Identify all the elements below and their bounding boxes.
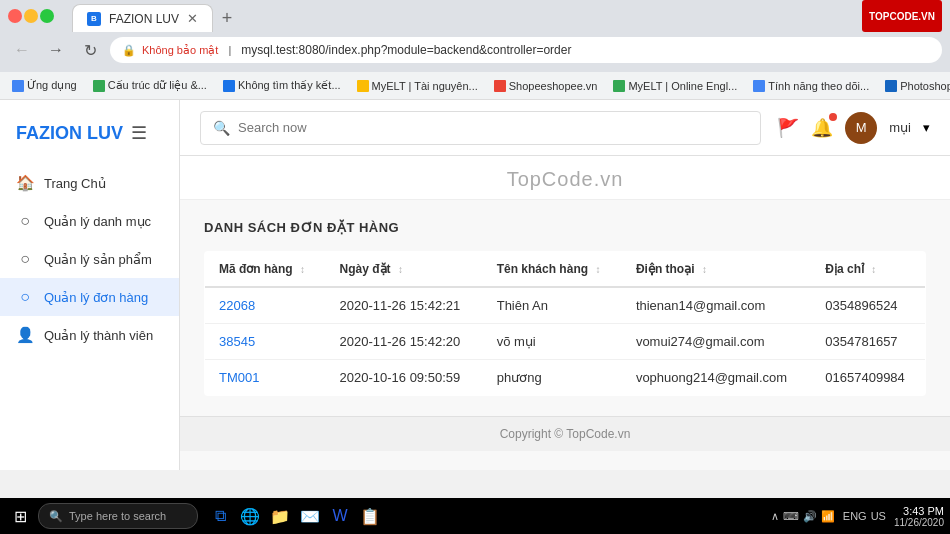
system-icons: ∧ ⌨ 🔊 📶: [771, 510, 835, 523]
forward-button[interactable]: →: [42, 36, 70, 64]
search-input[interactable]: [238, 120, 748, 135]
main-header: 🔍 🚩 🔔 M mụi ▾: [180, 100, 950, 156]
header-right: 🚩 🔔 M mụi ▾: [777, 112, 930, 144]
avatar[interactable]: M: [845, 112, 877, 144]
taskbar-mail[interactable]: ✉️: [296, 502, 324, 530]
sidebar-item-category[interactable]: ○ Quản lý danh mục: [0, 202, 179, 240]
topcode-logo: TOPCODE.VN: [862, 0, 942, 32]
browser-chrome: B FAZION LUV ✕ + TOPCODE.VN ← → ↻ 🔒 Khôn…: [0, 0, 950, 72]
order-icon: ○: [16, 288, 34, 306]
keyboard-icon[interactable]: ⌨: [783, 510, 799, 523]
new-tab-button[interactable]: +: [213, 4, 241, 32]
sort-arrow-address: ↕: [871, 264, 876, 275]
col-id-label: Mã đơn hàng: [219, 262, 293, 276]
bookmark-7[interactable]: Tính năng theo dõi...: [749, 78, 873, 94]
taskbar-chrome[interactable]: 🌐: [236, 502, 264, 530]
sidebar-item-home[interactable]: 🏠 Trang Chủ: [0, 164, 179, 202]
bookmark-2[interactable]: Cấu trúc dữ liệu &...: [89, 77, 211, 94]
cell-phone-1: vomui274@gmail.com: [622, 324, 811, 360]
close-button[interactable]: [8, 9, 22, 23]
bookmark-8[interactable]: Photoshop Online...: [881, 78, 950, 94]
order-link-2[interactable]: TM001: [219, 370, 259, 385]
sidebar-item-product[interactable]: ○ Quản lý sản phẩm: [0, 240, 179, 278]
window-controls: [8, 9, 54, 23]
bm4-icon: [357, 80, 369, 92]
hamburger-icon[interactable]: ☰: [131, 122, 147, 144]
volume-icon[interactable]: 🔊: [803, 510, 817, 523]
col-address-label: Địa chỉ: [825, 262, 864, 276]
search-bar[interactable]: 🔍: [200, 111, 761, 145]
refresh-button[interactable]: ↻: [76, 36, 104, 64]
address-bar: ← → ↻ 🔒 Không bảo mật | mysql.test:8080/…: [0, 32, 950, 68]
network-icon[interactable]: 📶: [821, 510, 835, 523]
user-name[interactable]: mụi: [889, 120, 911, 135]
sidebar-order-label: Quản lý đơn hàng: [44, 290, 148, 305]
sort-arrow-phone: ↕: [702, 264, 707, 275]
cell-address-0: 0354896524: [811, 287, 925, 324]
bookmark-label-6: MyELT | Online Engl...: [628, 80, 737, 92]
start-button[interactable]: ⊞: [6, 502, 34, 530]
bookmark-4[interactable]: MyELT | Tài nguyên...: [353, 78, 482, 94]
bookmark-3[interactable]: Không tìm thấy kết...: [219, 77, 345, 94]
flag-icon[interactable]: 🚩: [777, 117, 799, 139]
taskbar-right: ∧ ⌨ 🔊 📶 ENG US 3:43 PM 11/26/2020: [771, 505, 944, 528]
minimize-button[interactable]: [24, 9, 38, 23]
app-layout: FAZION LUV ☰ 🏠 Trang Chủ ○ Quản lý danh …: [0, 100, 950, 470]
address-separator: |: [228, 44, 231, 56]
order-link-1[interactable]: 38545: [219, 334, 255, 349]
taskbar-word[interactable]: W: [326, 502, 354, 530]
bookmark-label-3: Không tìm thấy kết...: [238, 79, 341, 92]
table-row: 22068 2020-11-26 15:42:21 Thiên An thien…: [205, 287, 926, 324]
cell-date-1: 2020-11-26 15:42:20: [326, 324, 483, 360]
bookmark-label-7: Tính năng theo dõi...: [768, 80, 869, 92]
tab-close-icon[interactable]: ✕: [187, 11, 198, 26]
maximize-button[interactable]: [40, 9, 54, 23]
main-content: 🔍 🚩 🔔 M mụi ▾ TopCode.vn DANH SÁCH ĐƠN Đ…: [180, 100, 950, 470]
col-header-phone[interactable]: Điện thoại ↕: [622, 252, 811, 288]
taskbar-search[interactable]: 🔍 Type here to search: [38, 503, 198, 529]
tab-label: FAZION LUV: [109, 12, 179, 26]
region-label: US: [871, 510, 886, 522]
sidebar-home-label: Trang Chủ: [44, 176, 106, 191]
sidebar-logo-text: FAZION LUV: [16, 123, 123, 144]
address-input[interactable]: 🔒 Không bảo mật | mysql.test:8080/index.…: [110, 37, 942, 63]
bell-container: 🔔: [811, 117, 833, 139]
bookmark-6[interactable]: MyELT | Online Engl...: [609, 78, 741, 94]
col-header-address[interactable]: Địa chỉ ↕: [811, 252, 925, 288]
back-button[interactable]: ←: [8, 36, 36, 64]
order-link-0[interactable]: 22068: [219, 298, 255, 313]
sidebar-item-order[interactable]: ○ Quản lý đơn hàng: [0, 278, 179, 316]
category-icon: ○: [16, 212, 34, 230]
col-header-name[interactable]: Tên khách hàng ↕: [483, 252, 622, 288]
copyright-footer: Copyright © TopCode.vn: [180, 416, 950, 451]
home-icon: 🏠: [16, 174, 34, 192]
bookmark-5[interactable]: Shopeeshopee.vn: [490, 78, 602, 94]
cell-id-2: TM001: [205, 360, 326, 396]
taskbar-search-text: Type here to search: [69, 510, 166, 522]
col-header-date[interactable]: Ngày đặt ↕: [326, 252, 483, 288]
content-area: DANH SÁCH ĐƠN ĐẶT HÀNG Mã đơn hàng ↕ Ngà…: [180, 200, 950, 416]
bell-icon[interactable]: 🔔: [811, 118, 833, 138]
active-tab[interactable]: B FAZION LUV ✕: [72, 4, 213, 32]
cell-date-2: 2020-10-16 09:50:59: [326, 360, 483, 396]
taskbar-folder[interactable]: 📁: [266, 502, 294, 530]
member-icon: 👤: [16, 326, 34, 344]
bookmark-label-2: Cấu trúc dữ liệu &...: [108, 79, 207, 92]
bm7-icon: [753, 80, 765, 92]
bookmark-apps[interactable]: Ứng dụng: [8, 77, 81, 94]
topcode-banner: TopCode.vn: [180, 156, 950, 200]
sidebar-category-label: Quản lý danh mục: [44, 214, 151, 229]
taskbar-app-extra[interactable]: 📋: [356, 502, 384, 530]
taskbar-icons: ⧉ 🌐 📁 ✉️ W 📋: [206, 502, 384, 530]
bookmark-label-8: Photoshop Online...: [900, 80, 950, 92]
user-dropdown-icon[interactable]: ▾: [923, 120, 930, 135]
sidebar-member-label: Quản lý thành viên: [44, 328, 153, 343]
sidebar-item-member[interactable]: 👤 Quản lý thành viên: [0, 316, 179, 354]
taskbar-multitask[interactable]: ⧉: [206, 502, 234, 530]
col-header-id[interactable]: Mã đơn hàng ↕: [205, 252, 326, 288]
up-arrow-icon[interactable]: ∧: [771, 510, 779, 523]
clock[interactable]: 3:43 PM 11/26/2020: [894, 505, 944, 528]
search-icon: 🔍: [213, 120, 230, 136]
url-text: mysql.test:8080/index.php?module=backend…: [241, 43, 571, 57]
bookmark-label: Ứng dụng: [27, 79, 77, 92]
